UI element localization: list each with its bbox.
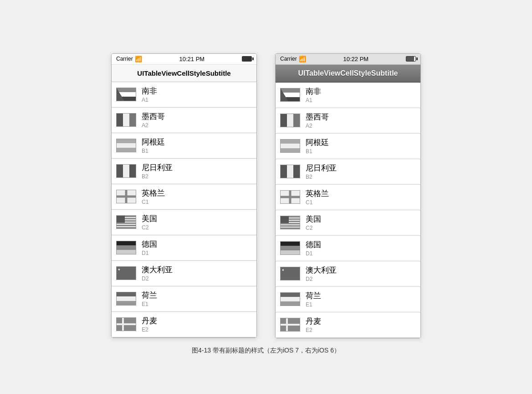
cell-text: 澳大利亚 D2 bbox=[306, 265, 337, 282]
ios7-nav-title: UITableViewCellStyleSubtitle bbox=[116, 69, 252, 77]
cell-text: 墨西哥 A2 bbox=[306, 112, 329, 129]
flag-us bbox=[116, 215, 136, 229]
cell-subtitle: E1 bbox=[142, 301, 157, 307]
page-caption: 图4-13 带有副标题的样式（左为iOS 7，右为iOS 6） bbox=[192, 347, 340, 355]
cell-subtitle: B2 bbox=[142, 173, 173, 180]
cell-text: 丹麦 E2 bbox=[306, 316, 321, 333]
cell-subtitle: A1 bbox=[142, 97, 157, 103]
cell-subtitle: E1 bbox=[306, 301, 321, 308]
flag-dk bbox=[280, 318, 300, 332]
ios7-battery-icon bbox=[242, 56, 252, 62]
cell-text: 墨西哥 A2 bbox=[142, 111, 165, 129]
ios7-wifi-icon: 📶 bbox=[135, 56, 142, 62]
cell-subtitle: D2 bbox=[306, 276, 337, 282]
cell-text: 荷兰 E1 bbox=[142, 290, 157, 307]
ios7-time: 10:21 PM bbox=[179, 56, 205, 62]
cell-text: 尼日利亚 B2 bbox=[306, 163, 337, 180]
cell-subtitle: A1 bbox=[306, 97, 321, 104]
ios7-nav-bar: UITableViewCellStyleSubtitle bbox=[112, 65, 256, 82]
ios6-phone: Carrier 📶 10:22 PM UITableViewCellStyleS… bbox=[275, 53, 421, 338]
flag-en bbox=[280, 190, 300, 204]
table-row[interactable]: 荷兰 E1 bbox=[276, 287, 420, 312]
table-row[interactable]: 英格兰 C1 bbox=[112, 184, 256, 210]
cell-title: 南非 bbox=[306, 86, 321, 97]
cell-title: 墨西哥 bbox=[142, 111, 165, 122]
cell-subtitle: A2 bbox=[306, 123, 329, 129]
cell-title: 美国 bbox=[142, 213, 157, 224]
ios7-carrier: Carrier bbox=[116, 56, 133, 62]
cell-subtitle: C2 bbox=[306, 225, 321, 231]
cell-title: 澳大利亚 bbox=[306, 265, 337, 275]
table-row[interactable]: 美国 C2 bbox=[112, 210, 256, 235]
cell-text: 英格兰 C1 bbox=[142, 188, 165, 205]
cell-title: 澳大利亚 bbox=[142, 264, 173, 275]
ios6-carrier: Carrier bbox=[280, 56, 297, 62]
table-row[interactable]: 德国 D1 bbox=[112, 235, 256, 261]
cell-title: 阿根廷 bbox=[142, 137, 165, 147]
flag-mx bbox=[280, 114, 300, 127]
flag-nl bbox=[280, 292, 300, 306]
table-row[interactable]: 南非 A1 bbox=[276, 83, 420, 108]
table-row[interactable]: 丹麦 E2 bbox=[112, 312, 256, 337]
ios6-battery-fill bbox=[406, 57, 414, 61]
cell-subtitle: A2 bbox=[142, 122, 165, 129]
table-row[interactable]: 阿根廷 B1 bbox=[112, 133, 256, 159]
cell-text: 南非 A1 bbox=[306, 86, 321, 104]
flag-nl bbox=[116, 292, 136, 306]
cell-text: 阿根廷 B1 bbox=[306, 137, 329, 155]
cell-text: 德国 D1 bbox=[306, 239, 321, 257]
cell-title: 荷兰 bbox=[142, 290, 157, 301]
cell-title: 美国 bbox=[306, 214, 321, 224]
table-row[interactable]: 美国 C2 bbox=[276, 210, 420, 236]
flag-dk bbox=[116, 317, 136, 331]
cell-title: 尼日利亚 bbox=[142, 162, 173, 173]
cell-text: 丹麦 E2 bbox=[142, 316, 157, 333]
flag-us bbox=[280, 216, 300, 229]
ios6-battery-icon bbox=[406, 56, 416, 62]
cell-text: 英格兰 C1 bbox=[306, 188, 329, 206]
flag-ar bbox=[280, 139, 300, 153]
cell-subtitle: D1 bbox=[142, 250, 157, 256]
table-row[interactable]: 墨西哥 A2 bbox=[276, 108, 420, 134]
table-row[interactable]: 澳大利亚 D2 bbox=[276, 261, 420, 287]
table-row[interactable]: 英格兰 C1 bbox=[276, 185, 420, 210]
flag-de bbox=[116, 241, 136, 254]
cell-text: 美国 C2 bbox=[306, 214, 321, 231]
ios6-nav-bar: UITableViewCellStyleSubtitle bbox=[276, 65, 420, 83]
flag-mx bbox=[116, 113, 136, 127]
cell-subtitle: C2 bbox=[142, 224, 157, 231]
ios7-status-left: Carrier 📶 bbox=[116, 56, 142, 62]
cell-subtitle: E2 bbox=[142, 327, 157, 333]
flag-de bbox=[280, 241, 300, 255]
ios6-time: 10:22 PM bbox=[343, 56, 369, 62]
cell-text: 美国 C2 bbox=[142, 213, 157, 231]
cell-title: 尼日利亚 bbox=[306, 163, 337, 173]
cell-title: 英格兰 bbox=[142, 188, 165, 198]
table-row[interactable]: 阿根廷 B1 bbox=[276, 134, 420, 159]
table-row[interactable]: 德国 D1 bbox=[276, 236, 420, 261]
flag-ar bbox=[116, 139, 136, 152]
cell-title: 荷兰 bbox=[306, 290, 321, 301]
ios7-battery bbox=[242, 56, 252, 62]
cell-title: 丹麦 bbox=[142, 316, 157, 326]
cell-title: 南非 bbox=[142, 86, 157, 96]
flag-za bbox=[280, 88, 300, 102]
cell-subtitle: D2 bbox=[142, 275, 173, 282]
cell-subtitle: C1 bbox=[142, 199, 165, 205]
table-row[interactable]: 墨西哥 A2 bbox=[112, 108, 256, 133]
table-row[interactable]: 尼日利亚 B2 bbox=[276, 159, 420, 185]
table-row[interactable]: 荷兰 E1 bbox=[112, 286, 256, 312]
ios6-status-left: Carrier 📶 bbox=[280, 56, 306, 62]
flag-ng bbox=[280, 165, 300, 178]
table-row[interactable]: 澳大利亚 D2 bbox=[112, 261, 256, 286]
table-row[interactable]: 尼日利亚 B2 bbox=[112, 159, 256, 184]
ios6-nav-title: UITableViewCellStyleSubtitle bbox=[280, 69, 416, 78]
phones-container: Carrier 📶 10:21 PM UITableViewCellStyleS… bbox=[111, 53, 421, 338]
flag-ng bbox=[116, 164, 136, 178]
table-row[interactable]: 丹麦 E2 bbox=[276, 312, 420, 338]
ios6-table-view: 南非 A1 墨西哥 A2 阿根廷 B1 尼日利亚 bbox=[276, 83, 420, 338]
table-row[interactable]: 南非 A1 bbox=[112, 82, 256, 108]
ios7-phone: Carrier 📶 10:21 PM UITableViewCellStyleS… bbox=[111, 53, 257, 338]
ios7-battery-fill bbox=[242, 57, 251, 61]
cell-subtitle: D1 bbox=[306, 250, 321, 257]
